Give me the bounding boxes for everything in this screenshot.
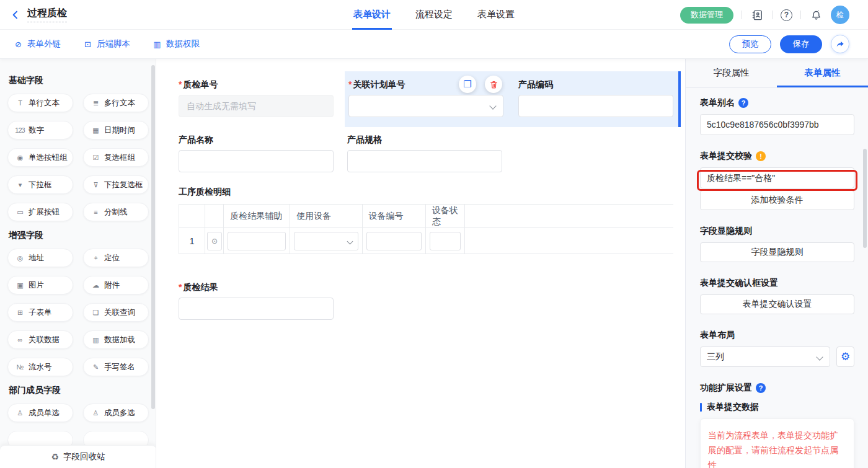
copy-field-button[interactable]: ❐ <box>459 76 476 93</box>
subform-column-header: 设备编号 <box>362 205 425 228</box>
page-title[interactable]: 过程质检 <box>27 7 67 22</box>
subform-table: 质检结果辅助使用设备设备编号设备状态1⊙ <box>179 204 673 254</box>
row-select-radio[interactable]: ⊙ <box>207 232 222 250</box>
field-type-pill[interactable]: ▦日期时间 <box>83 121 149 139</box>
subform-column-header: 使用设备 <box>290 205 362 228</box>
trash-icon <box>489 80 498 89</box>
location-icon: ⌖ <box>91 254 100 262</box>
plan-no-select[interactable] <box>348 95 503 117</box>
contacts-icon[interactable] <box>750 8 764 22</box>
subform-cell-input <box>425 228 464 254</box>
save-button[interactable]: 保存 <box>780 35 822 53</box>
qc-no-input[interactable]: 自动生成无需填写 <box>179 95 334 117</box>
copy-icon: ❐ <box>463 79 471 90</box>
submit-confirm-button[interactable]: 表单提交确认设置 <box>700 294 854 314</box>
warning-icon: ! <box>756 151 766 161</box>
submit-confirm-label: 表单提交确认框设置 <box>700 278 778 289</box>
subform-column-header <box>179 205 205 228</box>
qc-result-input[interactable] <box>179 298 334 320</box>
data-manage-button[interactable]: 数据管理 <box>680 7 733 24</box>
bell-icon[interactable] <box>809 8 823 22</box>
field-type-pill[interactable]: ∞关联数据 <box>7 330 73 349</box>
header-tab-active[interactable]: 表单设计 <box>352 0 392 30</box>
product-spec-input[interactable] <box>347 150 502 172</box>
toolbar-link[interactable]: ⊡后端脚本 <box>83 38 130 50</box>
field-type-pill[interactable]: ☑复选框组 <box>83 148 149 167</box>
field-type-pill[interactable]: ❏关联查询 <box>83 303 149 322</box>
field-type-pill[interactable]: ▥数据加载 <box>83 330 149 349</box>
data-permission-icon: ▥ <box>153 40 162 49</box>
field-type-pill[interactable]: ⊞子表单 <box>7 303 73 322</box>
form-alias-input[interactable]: 5c10c9e8187656c0bf3997bb <box>700 114 854 135</box>
field-type-pill[interactable]: ≣多行文本 <box>83 94 149 112</box>
field-recycle-bar[interactable]: ♻ 字段回收站 <box>0 445 156 468</box>
add-validation-button[interactable]: 添加校验条件 <box>700 190 854 210</box>
header-tab-item[interactable]: 表单设置 <box>476 0 516 30</box>
multi-select-icon: ⊽ <box>91 181 100 189</box>
field-type-pill[interactable]: ✎手写签名 <box>83 358 149 376</box>
help-icon[interactable]: ? <box>781 9 792 21</box>
field-type-pill[interactable]: ⊽下拉复选框 <box>83 175 149 194</box>
subform-cell-input[interactable] <box>228 232 286 250</box>
field-type-pill[interactable]: ▾下拉框 <box>7 175 73 194</box>
preview-button[interactable]: 预览 <box>729 35 771 53</box>
field-type-pill[interactable]: ▭扩展按钮 <box>7 203 73 221</box>
field-type-pill[interactable]: ♙成员单选 <box>7 404 73 422</box>
delete-field-button[interactable] <box>485 76 502 93</box>
field-group-title: 部门成员字段 <box>9 385 148 396</box>
field-type-pill[interactable]: ◉单选按钮组 <box>7 148 73 167</box>
help-badge-icon[interactable]: ? <box>756 383 766 393</box>
field-type-pill[interactable]: ⌖定位 <box>83 249 149 267</box>
header-tab-item[interactable]: 流程设定 <box>414 0 454 30</box>
product-code-input[interactable] <box>518 95 673 117</box>
submit-data-section-label: 表单提交数据 <box>707 402 759 413</box>
external-link-icon: ⊘ <box>14 40 23 49</box>
multi-text-icon: ≣ <box>91 99 100 107</box>
header-tabs: 表单设计流程设定表单设置 <box>352 0 516 30</box>
field-type-label: 成员单选 <box>29 408 60 418</box>
panel-scrollbar-thumb[interactable] <box>863 149 867 248</box>
help-badge-icon[interactable]: ? <box>738 98 748 108</box>
subform-cell-select[interactable] <box>294 232 358 250</box>
field-type-pill[interactable]: ≡分割线 <box>83 203 149 221</box>
user-avatar[interactable]: 检 <box>831 6 849 24</box>
single-text-icon: T <box>15 99 25 107</box>
form-toolbar: ⊘表单外链⊡后端脚本▥数据权限 预览 保存 <box>0 30 868 59</box>
field-type-label: 分割线 <box>104 207 128 218</box>
sidebar-scrollbar-thumb[interactable] <box>151 65 155 409</box>
selected-field-block[interactable]: 关联计划单号 ❐ 产品编码 <box>345 71 681 127</box>
field-type-pill[interactable]: T单行文本 <box>7 94 73 112</box>
field-type-pill[interactable]: ▣图片 <box>7 276 73 294</box>
signature-icon: ✎ <box>91 363 100 371</box>
checkbox-group-icon: ☑ <box>91 154 100 162</box>
field-type-pill[interactable]: ◎地址 <box>7 249 73 267</box>
field-visibility-button[interactable]: 字段显隐规则 <box>700 242 854 262</box>
field-type-pill[interactable]: ♙成员多选 <box>83 404 149 422</box>
recycle-label: 字段回收站 <box>63 451 105 462</box>
data-load-icon: ▥ <box>91 336 100 344</box>
field-type-pill[interactable]: 123数字 <box>7 121 73 139</box>
toolbar-link[interactable]: ⊘表单外链 <box>14 38 61 50</box>
qc-no-label: 质检单号 <box>179 79 218 91</box>
tab-field-properties[interactable]: 字段属性 <box>686 59 777 87</box>
divider <box>772 11 773 19</box>
share-button[interactable] <box>831 35 849 53</box>
toolbar-link[interactable]: ▥数据权限 <box>153 38 200 50</box>
form-layout-select[interactable]: 三列 <box>700 347 830 367</box>
subform-cell-input[interactable] <box>430 232 461 250</box>
field-type-pill[interactable]: №流水号 <box>7 358 73 376</box>
field-type-pill[interactable]: ☁附件 <box>83 276 149 294</box>
layout-gear-button[interactable]: ⚙ <box>836 347 854 367</box>
product-code-label: 产品编码 <box>518 79 553 91</box>
selection-accent-bar <box>678 71 681 127</box>
subform-cell-input[interactable] <box>366 232 422 250</box>
tab-form-properties[interactable]: 表单属性 <box>777 59 868 87</box>
field-type-label: 成员多选 <box>104 408 135 418</box>
product-name-input[interactable] <box>179 150 334 172</box>
validation-condition-box[interactable]: 质检结果=="合格" <box>700 167 854 188</box>
submit-validation-label: 表单提交校验 <box>700 151 752 162</box>
radio-icon: ⊙ <box>211 237 218 245</box>
field-group-grid: ♙成员单选♙成员多选 <box>7 404 148 449</box>
back-button[interactable] <box>9 8 22 22</box>
field-type-label: 单行文本 <box>29 98 60 108</box>
